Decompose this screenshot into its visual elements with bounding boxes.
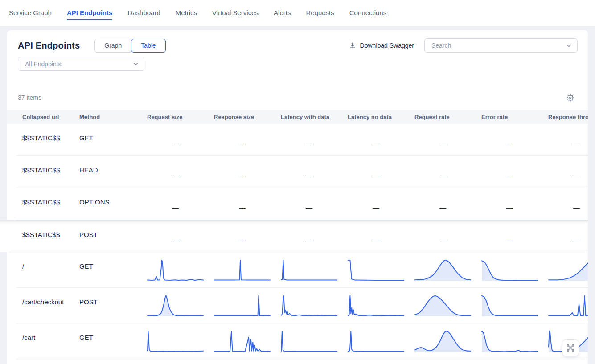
sparkline-bell-right-clipped (548, 258, 588, 282)
cell-response-throughput (548, 252, 588, 288)
cell-collapsed-url: /cart (7, 323, 79, 359)
table-row: /cart/checkoutPOST (7, 288, 588, 323)
nav-item-service-graph[interactable]: Service Graph (9, 6, 52, 20)
cell-request-rate: — (414, 156, 481, 188)
sparkline-decay-left (481, 294, 538, 317)
cell-response-throughput: — (548, 156, 588, 188)
cell-latency-with-data: — (281, 221, 348, 252)
sparkline-bump-then-bell (414, 330, 471, 353)
cell-latency-with-data (281, 252, 348, 288)
cell-latency-no-data: — (348, 124, 414, 156)
cell-error-rate: — (481, 156, 548, 188)
table-body: $$STATIC$$GET———————$$STATIC$$HEAD——————… (7, 124, 588, 359)
cell-response-throughput (548, 288, 588, 323)
nav-item-api-endpoints[interactable]: API Endpoints (67, 6, 113, 20)
top-nav: Service GraphAPI EndpointsDashboardMetri… (0, 0, 595, 27)
cell-latency-no-data: — (348, 156, 414, 188)
cell-collapsed-url: $$STATIC$$ (7, 156, 79, 188)
sparkline-comb-spikes-right (548, 294, 588, 317)
search-input[interactable] (431, 42, 566, 49)
cell-error-rate (481, 288, 548, 323)
column-header-method[interactable]: Method (79, 110, 147, 124)
cell-method: POST (79, 288, 147, 323)
cell-collapsed-url: $$STATIC$$ (7, 188, 79, 220)
sparkline-spike-left-third (147, 258, 204, 282)
column-header-response-size[interactable]: Response size (214, 110, 281, 124)
cell-error-rate (481, 252, 548, 288)
cell-collapsed-url: $$STATIC$$ (7, 124, 79, 156)
column-header-collapsed-url[interactable]: Collapsed url (7, 110, 79, 124)
cell-latency-with-data: — (281, 156, 348, 188)
cell-collapsed-url: /cart/checkout (7, 288, 79, 323)
table-settings-button[interactable] (566, 94, 574, 102)
expand-icon (566, 343, 575, 353)
endpoint-filter-select[interactable]: All Endpoints (18, 57, 144, 71)
chevron-down-icon (566, 43, 572, 49)
api-endpoints-panel: API Endpoints Graph Table Download Swagg… (7, 30, 588, 364)
cell-response-throughput: — (548, 124, 588, 156)
nav-item-connections[interactable]: Connections (349, 6, 386, 20)
cell-request-rate (414, 252, 481, 288)
graph-view-button[interactable]: Graph (94, 39, 131, 53)
nav-item-virtual-services[interactable]: Virtual Services (212, 6, 259, 20)
sparkline-spike-far-left (281, 258, 337, 282)
cell-method: GET (79, 124, 147, 156)
sparkline-narrow-bell-left (147, 294, 204, 317)
sparkline-single-spike-right (214, 294, 271, 317)
cell-request-rate: — (414, 188, 481, 220)
cell-latency-with-data (281, 323, 348, 359)
table-header-row: Collapsed urlMethodRequest sizeResponse … (7, 110, 588, 124)
table-row: $$STATIC$$GET——————— (7, 124, 588, 156)
column-header-request-size[interactable]: Request size (147, 110, 214, 124)
table-toolbar: 37 items (7, 90, 588, 105)
sparkline-spike-far-left (348, 330, 404, 353)
table-row: $$STATIC$$HEAD——————— (7, 156, 588, 188)
download-swagger-label: Download Swagger (360, 42, 414, 49)
cell-request-size (147, 323, 214, 359)
cell-latency-with-data: — (281, 188, 348, 220)
cell-request-rate: — (414, 221, 481, 252)
cell-request-size: — (147, 188, 214, 220)
table-view-button[interactable]: Table (131, 39, 165, 53)
search-box[interactable] (424, 38, 578, 53)
cell-latency-with-data (281, 288, 348, 323)
cell-request-size: — (147, 156, 214, 188)
sparkline-decay-left (481, 258, 538, 282)
cell-error-rate: — (481, 221, 548, 252)
sparkline-spike-far-left (281, 330, 337, 353)
cell-error-rate (481, 323, 548, 359)
column-header-error-rate[interactable]: Error rate (481, 110, 548, 124)
table-row-partial (7, 359, 588, 364)
nav-item-alerts[interactable]: Alerts (274, 6, 291, 20)
cell-method: GET (79, 323, 147, 359)
cell-response-size: — (214, 124, 281, 156)
cell-response-throughput: — (548, 221, 588, 252)
nav-item-requests[interactable]: Requests (306, 6, 334, 20)
expand-button[interactable] (562, 339, 579, 356)
nav-item-dashboard[interactable]: Dashboard (127, 6, 160, 20)
column-header-latency-no-data[interactable]: Latency no data (348, 110, 414, 124)
cell-latency-no-data (348, 252, 414, 288)
cell-response-size: — (214, 156, 281, 188)
table-row: $$STATIC$$OPTIONS——————— (7, 188, 588, 220)
column-header-response-throughput[interactable]: Response throughput (548, 110, 588, 124)
items-count: 37 items (18, 94, 41, 101)
page-title: API Endpoints (18, 41, 80, 51)
view-toggle: Graph Table (94, 39, 165, 53)
cell-latency-no-data: — (348, 221, 414, 252)
cell-response-size (214, 252, 281, 288)
sparkline-bell-center (414, 258, 471, 282)
cell-request-size: — (147, 221, 214, 252)
nav-item-metrics[interactable]: Metrics (176, 6, 197, 20)
sparkline-bell-left-broad (414, 294, 471, 317)
sparkline-spike-cluster-left (348, 294, 404, 317)
sparkline-spike-cluster-left (281, 294, 337, 317)
column-header-latency-with-data[interactable]: Latency with data (281, 110, 348, 124)
cell-method: GET (79, 252, 147, 288)
column-header-request-rate[interactable]: Request rate (414, 110, 481, 124)
cell-latency-with-data: — (281, 124, 348, 156)
sparkline-wall-drop-left (348, 258, 404, 282)
download-swagger-button[interactable]: Download Swagger (349, 42, 414, 49)
cell-response-size (214, 288, 281, 323)
cell-response-size (214, 323, 281, 359)
